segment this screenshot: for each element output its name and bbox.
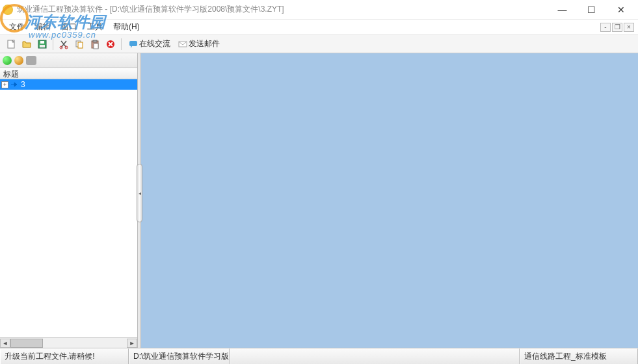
svg-rect-12 [129,41,137,46]
online-chat-button[interactable]: 在线交流 [127,38,170,50]
close-button[interactable]: ✕ [606,1,635,19]
menubar: 文件 编辑 窗口 工具 帮助(H) - ❐ × [0,20,638,35]
status-message: 升级当前工程文件,请稍候! [0,348,129,364]
content-area [141,53,638,348]
online-chat-label: 在线交流 [139,38,170,49]
main-area: 标题 + 3 ◄ ► ◂ [0,53,638,348]
open-file-button[interactable] [20,37,34,51]
menu-window[interactable]: 窗口 [56,20,82,34]
scroll-right-button[interactable]: ► [127,339,137,348]
status-file-path: D:\筑业通信预算软件学习版 [129,348,230,364]
delete-button[interactable] [103,37,118,51]
menu-file[interactable]: 文件 [4,20,30,34]
cut-icon [59,39,69,49]
main-toolbar: 在线交流 发送邮件 [0,35,638,53]
scroll-left-button[interactable]: ◄ [0,339,10,348]
window-titlebar: 筑业通信工程预决算软件 - [D:\筑业通信预算软件学习版2008\预算文件\3… [0,0,638,20]
mdi-controls: - ❐ × [600,23,634,32]
send-mail-label: 发送邮件 [189,38,220,49]
menu-edit[interactable]: 编辑 [30,20,56,34]
mdi-restore-button[interactable]: ❐ [612,23,622,32]
delete-icon [105,39,116,49]
remove-item-button[interactable] [14,56,23,65]
open-folder-icon [21,39,32,49]
window-title: 筑业通信工程预决算软件 - [D:\筑业通信预算软件学习版2008\预算文件\3… [17,4,548,15]
send-mail-button[interactable]: 发送邮件 [177,38,220,50]
tree-item-label: 3 [21,80,25,89]
panel-action-button[interactable] [26,56,36,65]
paste-icon [90,39,100,49]
project-tree[interactable]: + 3 [0,79,137,337]
window-controls: — ☐ ✕ [548,1,635,19]
app-icon [3,5,13,15]
mail-icon [177,38,189,50]
copy-button[interactable] [72,37,86,51]
panel-horizontal-scrollbar[interactable]: ◄ ► [0,337,137,348]
svg-rect-2 [40,41,44,44]
minimize-button[interactable]: — [548,1,577,19]
svg-rect-7 [78,42,83,48]
tree-expander-icon[interactable]: + [1,81,8,88]
statusbar: 升级当前工程文件,请稍候! D:\筑业通信预算软件学习版 通信线路工程_标准模板 [0,348,638,364]
svg-rect-3 [40,45,45,47]
new-file-icon [6,39,16,49]
mdi-minimize-button[interactable]: - [600,23,611,32]
panel-toolbar [0,53,137,68]
add-item-button[interactable] [3,56,12,65]
new-file-button[interactable] [4,37,18,51]
scrollbar-track[interactable] [10,339,127,348]
copy-icon [74,39,85,49]
splitter[interactable]: ◂ [137,53,141,348]
tree-arrow-icon [10,81,20,88]
maximize-button[interactable]: ☐ [577,1,606,19]
menu-help[interactable]: 帮助(H) [108,20,145,34]
status-template: 通信线路工程_标准模板 [520,348,638,364]
svg-rect-9 [93,40,97,42]
toolbar-separator [53,38,53,50]
svg-rect-10 [94,44,98,49]
mdi-close-button[interactable]: × [624,23,634,32]
toolbar-separator [121,38,122,50]
save-disk-icon [37,39,47,49]
scrollbar-thumb[interactable] [10,339,43,348]
paste-button[interactable] [88,37,102,51]
left-panel: 标题 + 3 ◄ ► [0,53,137,348]
status-empty [230,348,520,364]
save-button[interactable] [35,37,49,51]
splitter-handle[interactable]: ◂ [137,164,142,222]
chat-icon [127,38,139,50]
cut-button[interactable] [57,37,71,51]
column-header-title[interactable]: 标题 [0,68,137,79]
menu-tools[interactable]: 工具 [82,20,108,34]
tree-item[interactable]: + 3 [0,79,137,90]
